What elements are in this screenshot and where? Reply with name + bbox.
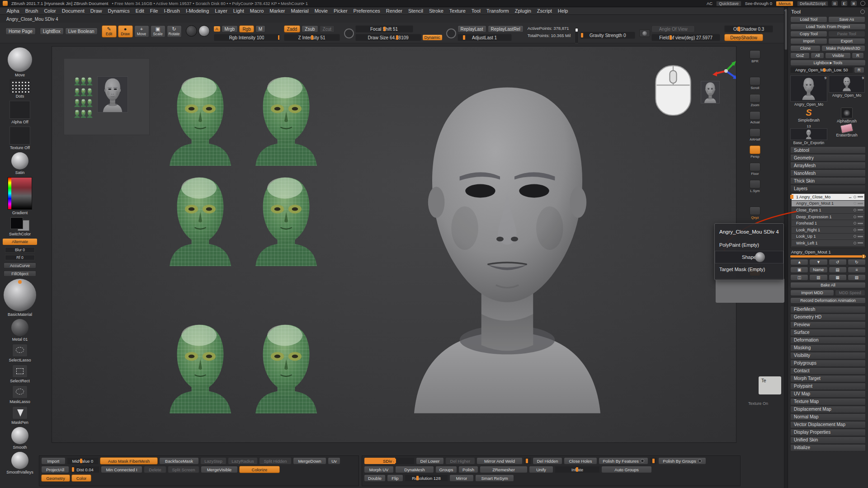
layer-eye-icon[interactable] [854, 202, 856, 205]
bottom-button[interactable]: Dist 0.04 [71, 466, 99, 473]
default-zscript-button[interactable]: DefaultZScript [797, 1, 828, 6]
layer-split-button[interactable]: ▦ [829, 274, 847, 281]
left-shelf-item[interactable]: SwitchColor [9, 217, 31, 236]
layer-mini-slider[interactable] [858, 236, 863, 237]
menus-button[interactable]: Menus [776, 1, 793, 6]
bottom-button[interactable]: Mirror [449, 474, 474, 482]
left-shelf-item[interactable]: Move [8, 47, 32, 77]
layers-subpalette-bar[interactable]: Layers [790, 185, 866, 192]
bottom-button[interactable]: Close Holes [564, 457, 597, 465]
tool-panel-button[interactable]: GoZ [790, 52, 810, 59]
bottom-button[interactable]: Groups [435, 466, 457, 473]
z-intensity-slider[interactable]: Z Intensity 51 [284, 34, 340, 41]
menu-item[interactable]: Zscript [534, 8, 555, 14]
tool-panel-button[interactable]: Paste Tool [828, 31, 865, 37]
layer-row[interactable]: Angry_Open_Mout 1 ↔ [792, 201, 864, 207]
menu-item[interactable]: Alpha [4, 8, 22, 14]
bake-all-button[interactable]: Bake All [790, 282, 866, 288]
rgb-intensity-slider[interactable]: Rgb Intensity 100 [214, 34, 280, 41]
simple-brush-icon[interactable]: S [806, 108, 811, 117]
menu-item[interactable]: Light [230, 8, 247, 14]
layer-mini-slider[interactable] [858, 229, 863, 230]
bottom-button[interactable]: Del Higher [445, 457, 475, 465]
record-deformation-button[interactable]: Record Deformation Animation [790, 297, 866, 304]
replay-last-button[interactable]: ReplayLast [458, 25, 486, 33]
menu-item[interactable]: Draw [87, 8, 105, 14]
bottom-button[interactable]: Mirror And Weld [476, 457, 523, 465]
bottom-button[interactable]: SDiv 4 [364, 457, 415, 465]
tool-subpalette-bar[interactable]: UV Map [790, 390, 866, 398]
field-of-view-slider[interactable]: Field of view(deg) 27.5977 [651, 34, 720, 41]
layer-eye-icon[interactable] [854, 196, 856, 198]
bottom-button[interactable]: Smart ReSym [475, 474, 514, 482]
layer-edit-button[interactable]: ≡ [848, 267, 866, 273]
left-shelf-item[interactable]: AccuCurve [4, 263, 36, 268]
alpha-brush-icon[interactable] [841, 108, 853, 118]
layer-nav-button[interactable]: ▼ [809, 259, 827, 265]
bottom-button[interactable]: Del Hidden [533, 457, 562, 465]
menu-item[interactable]: I-Brush [161, 8, 183, 14]
tool-subpalette-bar[interactable]: Preview [790, 321, 866, 328]
menu-item[interactable]: Help [555, 8, 571, 14]
tool-subpalette-bar[interactable]: Visibility [790, 352, 866, 359]
bottom-button[interactable]: DynaMesh [395, 466, 434, 473]
right-shelf-button[interactable]: L.Sym [750, 180, 760, 193]
layer-edit-button[interactable]: ▤ [829, 267, 847, 273]
zadd-button[interactable]: Zadd [284, 25, 301, 33]
context-menu-item[interactable]: PolyPaint (Empty) [715, 239, 783, 251]
live-boolean-button[interactable]: Live Boolean [65, 28, 98, 35]
left-shelf-item[interactable]: Gradient [8, 177, 32, 215]
menu-item[interactable]: Stroke [426, 8, 446, 14]
menu-item[interactable]: Preferences [350, 8, 383, 14]
layer-nav-button[interactable]: ↺ [829, 259, 847, 265]
bottom-button[interactable]: Double [364, 474, 386, 482]
right-shelf-button[interactable]: Scroll [750, 77, 760, 90]
layer-row[interactable]: Wink_Left 1 ↔ [792, 240, 864, 247]
active-tool-thumbnail[interactable]: 9 [790, 75, 827, 102]
mdd-speed-button[interactable]: MDD Speed [835, 290, 865, 296]
tool-subpalette-bar[interactable]: Unified Skin [790, 436, 866, 444]
layer-nav-button[interactable]: ↻ [848, 259, 866, 265]
menu-item[interactable]: Render [383, 8, 405, 14]
left-shelf-item[interactable]: Rf 0 [5, 255, 35, 260]
bottom-button[interactable]: Auto Mask FiberMesh [100, 457, 158, 465]
menu-item[interactable]: File [147, 8, 161, 14]
bottom-button[interactable]: Split Screen [168, 466, 199, 473]
left-shelf-item[interactable]: Smooth [11, 427, 28, 450]
bottom-button[interactable] [650, 457, 657, 465]
layer-split-button[interactable]: ▥ [809, 274, 827, 281]
bottom-button[interactable]: Unify [529, 466, 553, 473]
adjust-last-slider[interactable]: AdjustLast 1 [458, 34, 512, 41]
tool-subpalette-bar[interactable]: Morph Target [790, 375, 866, 382]
tool-panel-button[interactable]: Export [828, 38, 865, 44]
menu-item[interactable]: Transform [484, 8, 512, 14]
tool-panel-button[interactable]: Lightbox►Tools [790, 60, 866, 66]
tool-subpalette-bar[interactable]: Geometry [790, 154, 866, 161]
menu-item[interactable]: Zplugin [512, 8, 534, 14]
layer-mini-slider[interactable] [858, 203, 863, 204]
bottom-button[interactable]: Min Connected I [101, 466, 142, 473]
left-shelf-item[interactable]: SelectLasso [9, 344, 31, 362]
layer-row[interactable]: Forehead 1 ↔ [792, 220, 864, 227]
bottom-button[interactable]: Polish By Groups [658, 457, 706, 465]
bottom-button[interactable]: Import [41, 457, 66, 465]
mrgb-button[interactable]: Mrgb [222, 25, 238, 33]
layer-intensity-slider[interactable] [790, 255, 866, 258]
menu-item[interactable]: Brush [22, 8, 41, 14]
tool-subpalette-bar[interactable]: Polypaint [790, 383, 866, 390]
left-shelf-item[interactable]: MaskPen [11, 406, 28, 425]
layer-split-button[interactable]: ◫ [790, 274, 808, 281]
zcut-button[interactable]: Zcut [320, 25, 335, 33]
menu-item[interactable]: I-Modeling [183, 8, 212, 14]
tool-panel-button[interactable]: R [854, 67, 864, 73]
bottom-button[interactable]: Color [71, 474, 91, 482]
menu-item[interactable]: Layer [212, 8, 231, 14]
palette-dock-icon[interactable]: ◧ [841, 1, 847, 6]
context-menu-item[interactable]: Target Mask (Empty) [715, 263, 783, 275]
brush-preview-icon[interactable] [186, 25, 197, 37]
gravity-strength-slider[interactable]: Gravity Strength 0 [580, 32, 635, 39]
tool-subpalette-bar[interactable]: NanoMesh [790, 169, 866, 177]
tool-panel-button[interactable]: Visible [825, 52, 851, 59]
bottom-button[interactable]: Polish By Features [599, 457, 648, 465]
menu-item[interactable]: Texture [446, 8, 468, 14]
